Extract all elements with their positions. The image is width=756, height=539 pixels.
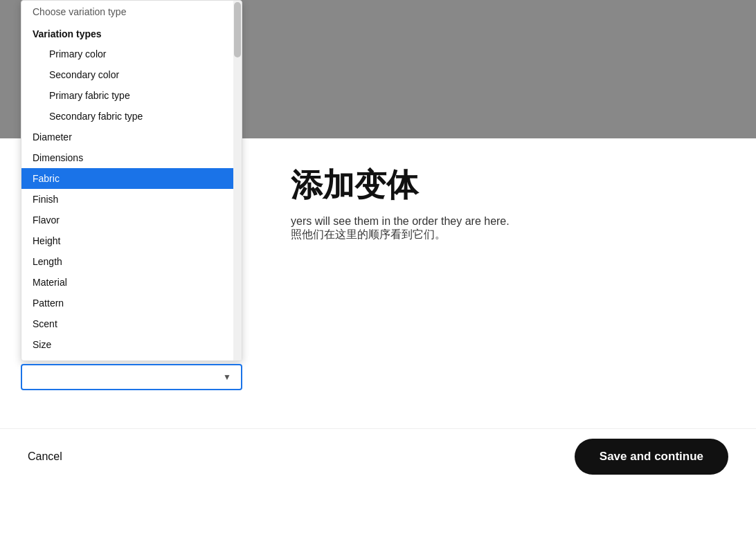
list-item[interactable]: Height: [21, 230, 233, 251]
list-item[interactable]: Length: [21, 251, 233, 272]
cancel-button[interactable]: Cancel: [28, 445, 62, 468]
list-item[interactable]: Material: [21, 272, 233, 293]
chevron-down-icon: ▼: [223, 372, 231, 382]
list-item-fabric[interactable]: Fabric: [21, 168, 233, 189]
list-item[interactable]: Dimensions: [21, 147, 233, 168]
subtitle: yers will see them in the order they are…: [291, 215, 728, 242]
list-item[interactable]: Secondary color: [21, 64, 233, 85]
list-item[interactable]: Pattern: [21, 293, 233, 313]
list-item[interactable]: Primary fabric type: [21, 85, 233, 106]
list-item[interactable]: Size: [21, 334, 233, 355]
save-continue-button[interactable]: Save and continue: [575, 439, 728, 475]
modal-footer: Cancel Save and continue: [0, 428, 756, 484]
list-item[interactable]: Finish: [21, 189, 233, 210]
scrollbar-track[interactable]: [233, 1, 242, 360]
dropdown-scroll-area[interactable]: Choose variation type Variation types Pr…: [21, 1, 233, 360]
list-item[interactable]: Scent: [21, 313, 233, 334]
dropdown-group-label: Variation types: [21, 23, 233, 44]
dropdown-container: Choose variation type Variation types Pr…: [21, 0, 242, 390]
dropdown-select-box[interactable]: ▼: [21, 364, 242, 390]
list-item[interactable]: Secondary fabric type: [21, 106, 233, 127]
list-item[interactable]: Primary color: [21, 44, 233, 64]
list-item[interactable]: Flavor: [21, 210, 233, 230]
scrollbar-thumb[interactable]: [234, 2, 241, 57]
dropdown-header[interactable]: Choose variation type: [21, 1, 233, 23]
main-content: 添加变体 yers will see them in the order the…: [291, 166, 728, 428]
list-item[interactable]: Style: [21, 355, 233, 360]
list-item[interactable]: Diameter: [21, 127, 233, 147]
dropdown-list: Choose variation type Variation types Pr…: [21, 0, 242, 361]
main-heading: 添加变体: [291, 166, 728, 204]
